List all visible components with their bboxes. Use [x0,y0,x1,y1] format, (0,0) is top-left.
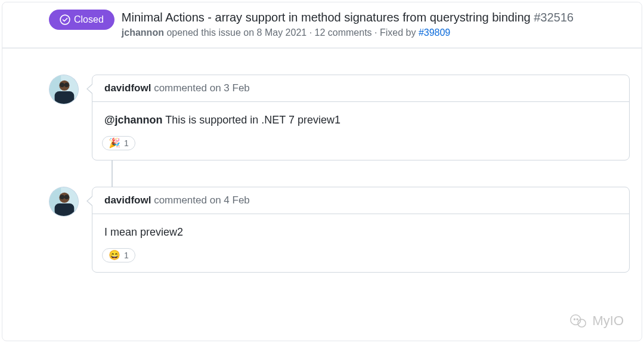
reaction-count: 1 [124,138,129,148]
issue-title[interactable]: Minimal Actions - array support in metho… [122,10,574,25]
svg-rect-7 [64,84,65,85]
opened-verb: opened this issue [166,27,241,38]
comment-date[interactable]: on 4 Feb [210,194,250,206]
svg-point-6 [64,82,69,87]
svg-rect-11 [55,203,75,216]
issue-meta: jchannon opened this issue on 8 May 2021… [122,27,574,38]
comment-body: @jchannon This is supported in .NET 7 pr… [92,102,629,131]
comment-card: davidfowl commented on 4 Feb I mean prev… [92,187,630,273]
comment-date[interactable]: on 3 Feb [210,82,250,94]
svg-rect-14 [64,196,65,197]
laugh-icon: 😄 [109,251,120,260]
comment-body: I mean preview2 [92,214,629,243]
svg-point-12 [60,194,64,199]
comment-text: I mean preview2 [104,226,183,238]
watermark-icon [569,312,587,330]
status-label: Closed [74,14,104,25]
svg-point-17 [574,319,575,320]
svg-point-13 [64,194,69,199]
status-badge-closed: Closed [49,10,114,30]
mention-link[interactable]: @jchannon [104,114,163,126]
comment-card: davidfowl commented on 3 Feb @jchannon T… [92,75,630,160]
avatar[interactable] [49,187,79,217]
comment-count: 12 comments [315,27,372,38]
svg-point-0 [60,15,70,24]
fixed-by-label: Fixed by [380,27,416,38]
comment-block: davidfowl commented on 3 Feb @jchannon T… [49,75,630,160]
issue-author-link[interactable]: jchannon [122,27,164,38]
svg-rect-4 [55,91,75,104]
fixed-by-pr-link[interactable]: #39809 [419,27,450,38]
comment-header: davidfowl commented on 4 Feb [92,187,629,214]
comment-text: This is supported in .NET 7 preview1 [163,114,340,126]
svg-point-18 [577,319,578,320]
reactions-bar: 😄 1 [92,243,629,272]
tada-icon: 🎉 [109,138,120,148]
issue-number: #32516 [534,11,574,24]
reaction-laugh-button[interactable]: 😄 1 [102,248,135,262]
comment-verb: commented [154,82,207,94]
opened-date: on 8 May 2021 [243,27,306,38]
comment-verb: commented [154,194,207,206]
comment-header: davidfowl commented on 3 Feb [92,75,629,102]
reactions-bar: 🎉 1 [92,131,629,160]
comment-thread: davidfowl commented on 3 Feb @jchannon T… [2,75,642,273]
avatar[interactable] [49,75,79,104]
issue-header: Closed Minimal Actions - array support i… [2,2,642,48]
comment-author-link[interactable]: davidfowl [104,82,151,94]
issue-title-text: Minimal Actions - array support in metho… [122,11,531,24]
reaction-count: 1 [124,251,129,260]
reaction-tada-button[interactable]: 🎉 1 [102,136,135,150]
comment-author-link[interactable]: davidfowl [104,194,151,206]
watermark: MyIO [569,312,624,330]
svg-point-5 [60,82,64,87]
watermark-text: MyIO [592,313,624,329]
closed-check-icon [60,14,70,25]
comment-block: davidfowl commented on 4 Feb I mean prev… [49,187,630,273]
